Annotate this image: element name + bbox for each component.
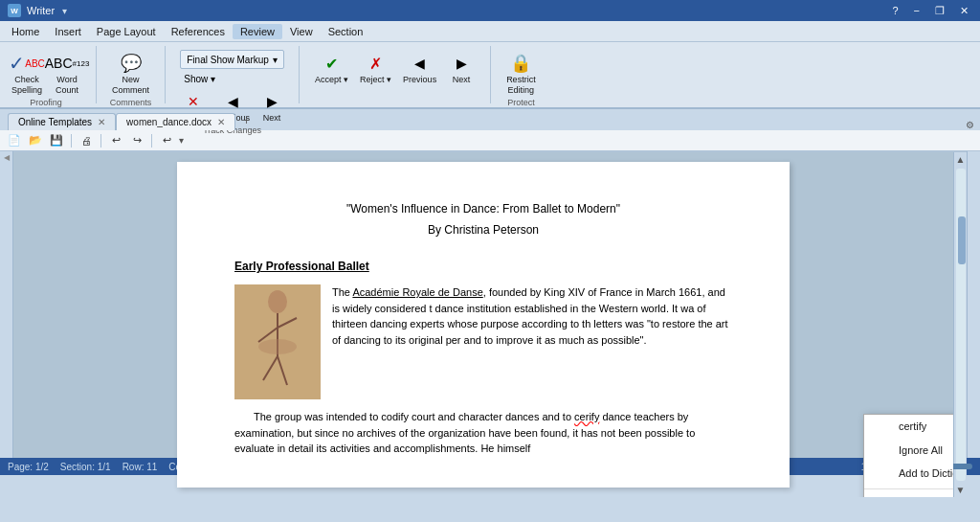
title-bar: W Writer ▾ ? − ❐ ✕ <box>0 0 980 21</box>
scroll-down-btn[interactable]: ▼ <box>954 483 968 497</box>
svg-point-27 <box>268 290 287 313</box>
show-tools: Show ▾ <box>180 71 284 86</box>
menu-home[interactable]: Home <box>4 24 47 39</box>
tab-women-dance[interactable]: women_dance.docx ✕ <box>116 113 235 130</box>
restrict-editing-btn[interactable]: 🔒 RestrictEditing <box>502 50 540 98</box>
menu-review[interactable]: Review <box>233 24 282 39</box>
vertical-scrollbar[interactable]: ▲ ▼ <box>953 152 967 497</box>
help-btn[interactable]: ? <box>888 5 902 17</box>
doc-title: "Women's Influence in Dance: From Ballet… <box>234 200 732 217</box>
ctx-ignore-all[interactable]: Ignore All <box>864 439 953 463</box>
open-btn[interactable]: 📂 <box>27 132 44 149</box>
academie-link: Académie Royale de Danse <box>352 286 482 298</box>
previous-label: Previous <box>403 75 436 85</box>
ribbon-group-protect: 🔒 RestrictEditing Protect <box>502 46 551 103</box>
ctx-ignore-label: Ignore All <box>899 443 943 459</box>
left-panel-toggle[interactable]: ◀ <box>0 151 12 162</box>
accept-btn[interactable]: ✔ Accept ▾ <box>311 50 352 87</box>
svg-point-33 <box>258 339 297 354</box>
tab-online-templates[interactable]: Online Templates ✕ <box>8 113 116 130</box>
menu-page-layout[interactable]: Page Layout <box>89 24 164 39</box>
ctx-sep1 <box>864 488 953 489</box>
right-panel <box>967 151 980 458</box>
ballet-image <box>234 284 321 399</box>
scroll-area: "Women's Influence in Dance: From Ballet… <box>13 152 967 497</box>
reject-icon: ✗ <box>365 52 388 75</box>
menu-bar: Home Insert Page Layout References Revie… <box>0 21 980 42</box>
check-spelling-label: CheckSpelling <box>11 75 42 96</box>
undo-btn[interactable]: ↩ <box>107 132 124 149</box>
check-spelling-btn[interactable]: ✓ABC CheckSpelling <box>8 50 46 98</box>
ribbon: ✓ABC CheckSpelling ABC#123 WordCount Pro… <box>0 42 980 109</box>
ctx-ignore-icon <box>876 443 895 458</box>
redo-btn[interactable]: ↪ <box>128 132 145 149</box>
previous-btn[interactable]: ◀ Previous <box>399 50 440 87</box>
ctx-add-dict-icon <box>876 465 895 481</box>
status-row: Row: 11 <box>122 462 158 472</box>
show-btn[interactable]: Show ▾ <box>180 71 219 86</box>
word-count-btn[interactable]: ABC#123 WordCount <box>50 50 84 98</box>
print-btn[interactable]: 🖨 <box>78 132 95 149</box>
ctx-certify[interactable]: certify <box>864 415 953 439</box>
context-menu: certify Ignore All Add <box>863 414 953 497</box>
accept-icon: ✔ <box>321 52 344 75</box>
next-btn[interactable]: ▶ Next <box>256 88 287 125</box>
para2: The group was intended to codify court a… <box>234 409 732 457</box>
para1: The Académie Royale de Danse, founded by… <box>332 284 732 348</box>
window-controls[interactable]: ? − ❐ ✕ <box>888 5 972 17</box>
doc-container: -6 -4 -2 0 2 4 6 8 10 12 14 16 18 20 22 … <box>13 151 967 458</box>
menu-insert[interactable]: Insert <box>47 24 89 39</box>
proofing-tools: ✓ABC CheckSpelling ABC#123 WordCount <box>8 46 84 98</box>
title-bar-controls: ▾ <box>62 6 67 16</box>
ctx-add-dict[interactable]: Add to Dictionary <box>864 462 953 486</box>
scroll-up-btn[interactable]: ▲ <box>954 152 968 167</box>
tab-online-templates-close[interactable]: ✕ <box>98 117 105 127</box>
status-page: Page: 1/2 <box>8 462 49 472</box>
reject-btn[interactable]: ✗ Reject ▾ <box>356 50 395 87</box>
app-icon: W <box>8 4 21 17</box>
restore-btn[interactable]: ❐ <box>931 5 948 17</box>
word-count-icon: ABC#123 <box>56 52 78 75</box>
scroll-thumb[interactable] <box>958 216 966 264</box>
toolbar-undo2[interactable]: ↩ <box>158 132 175 149</box>
close-btn[interactable]: ✕ <box>956 5 972 17</box>
next-label: Next <box>263 113 281 124</box>
comments-group-label: Comments <box>110 98 152 109</box>
restrict-icon: 🔒 <box>509 52 532 75</box>
previous-icon: ◀ <box>409 52 432 75</box>
tab-online-templates-label: Online Templates <box>18 117 92 127</box>
menu-view[interactable]: View <box>282 24 321 39</box>
check-spelling-icon: ✓ABC <box>15 52 38 75</box>
toolbar-sep3 <box>151 134 152 148</box>
protect-tools: 🔒 RestrictEditing <box>502 46 540 98</box>
accept-label: Accept ▾ <box>315 75 348 85</box>
tab-women-dance-label: women_dance.docx <box>126 117 212 127</box>
content-with-image: The Académie Royale de Danse, founded by… <box>234 284 732 399</box>
save-btn[interactable]: 💾 <box>48 132 65 149</box>
section-heading: Early Professional Ballet <box>234 258 732 275</box>
next2-btn[interactable]: ▶ Next <box>444 50 479 87</box>
document-page: "Women's Influence in Dance: From Ballet… <box>177 162 790 488</box>
track-changes-dropdown[interactable]: Final Show Markup ▾ <box>180 50 284 69</box>
menu-references[interactable]: References <box>164 24 233 39</box>
toolbar-options[interactable]: ▾ <box>179 135 184 146</box>
minimize-btn[interactable]: − <box>910 5 924 17</box>
tab-women-dance-close[interactable]: ✕ <box>217 117 225 127</box>
ctx-copy: ⧉ Copy Ctrl+C <box>864 492 953 498</box>
ribbon-group-proofing: ✓ABC CheckSpelling ABC#123 WordCount Pro… <box>8 46 97 103</box>
scroll-track[interactable] <box>956 169 966 481</box>
toolbar-sep2 <box>100 134 101 148</box>
cerify-word: cerify <box>574 411 599 422</box>
title-bar-left: W Writer ▾ <box>8 4 67 17</box>
status-section: Section: 1/1 <box>60 462 111 472</box>
review-tools: ✔ Accept ▾ ✗ Reject ▾ ◀ Previous ▶ Next <box>311 46 479 102</box>
track-dropdown-label: Final Show Markup <box>187 55 269 65</box>
menu-section[interactable]: Section <box>321 24 371 39</box>
ribbon-group-comments: 💬 NewComment Comments <box>108 46 166 103</box>
ctx-ignore-left: Ignore All <box>876 443 943 459</box>
new-doc-btn[interactable]: 📄 <box>6 132 23 149</box>
tab-add-btn[interactable]: + <box>235 111 257 130</box>
new-comment-btn[interactable]: 💬 NewComment <box>108 50 153 98</box>
comments-tools: 💬 NewComment <box>108 46 153 98</box>
tab-options-btn[interactable]: ⚙ <box>966 120 980 130</box>
